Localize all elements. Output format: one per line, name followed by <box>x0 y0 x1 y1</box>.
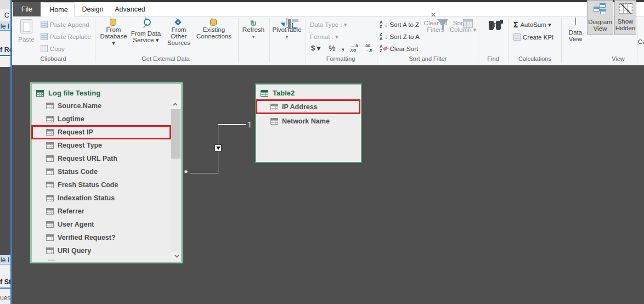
from-data-service-icon: ↗ <box>145 18 146 25</box>
field-icon <box>46 234 54 241</box>
clipped-field-row <box>48 260 55 261</box>
field-row-highlighted[interactable]: IP Address <box>256 100 360 114</box>
field-icon <box>46 103 54 109</box>
table-icon <box>261 90 268 97</box>
pivottable-button[interactable]: PivotTable ▾ <box>271 18 303 40</box>
refresh-button[interactable]: ↻ Refresh ▾ <box>240 18 267 40</box>
field-row[interactable]: Verified Request? <box>32 231 171 244</box>
from-database-button[interactable]: From Database ▾ <box>99 18 128 46</box>
autosum-button[interactable]: Σ AutoSum ▾ <box>513 20 551 29</box>
field-row[interactable]: Status Code <box>32 165 171 178</box>
excel-dark-region <box>0 67 10 255</box>
field-row[interactable]: Logtime <box>32 112 171 126</box>
pivottable-dropdown-caret[interactable]: ▾ <box>271 33 303 40</box>
powerpivot-window: C le I f Re le I f Sta ues File Home Des… <box>0 0 644 304</box>
data-view-button[interactable]: Data View <box>565 18 586 42</box>
view-group-label: View <box>591 55 644 63</box>
field-icon <box>46 116 54 122</box>
existing-connections-icon <box>213 18 214 25</box>
scroll-down-button[interactable] <box>171 252 180 261</box>
format-dropdown[interactable]: Format : ▾ <box>310 32 338 41</box>
pivottable-icon <box>286 18 287 25</box>
sort-by-column-button[interactable]: ↑↓ Sort by Column ▾ <box>449 18 477 33</box>
field-icon <box>46 155 54 162</box>
cutoff-button-label[interactable]: Ca <box>638 38 644 45</box>
tab-file[interactable]: File <box>13 2 41 16</box>
find-button[interactable]: Find <box>484 20 506 28</box>
ribbon-tab-row: File Home Design Advanced <box>12 2 644 16</box>
chevron-up-icon <box>173 103 177 107</box>
data-type-dropdown[interactable]: Data Type : ▾ <box>310 20 347 29</box>
field-row[interactable]: URI Query <box>32 244 171 257</box>
decrease-decimal-button[interactable]: .00→.0 <box>364 44 372 53</box>
field-row[interactable]: User Agent <box>32 218 171 231</box>
existing-connections-button[interactable]: Existing Connections <box>196 18 232 40</box>
table-card-log-file-testing[interactable]: Log file Testing Source.Name Logtime Req… <box>30 82 183 263</box>
field-icon <box>270 104 278 110</box>
chevron-down-icon <box>174 253 179 257</box>
field-icon <box>46 208 54 215</box>
show-hidden-button-pressed[interactable]: Show Hidden <box>614 0 636 35</box>
paste-replace-icon <box>41 33 48 40</box>
comma-format-button[interactable]: , <box>342 42 344 53</box>
field-row[interactable]: Fresh Status Code <box>32 178 171 192</box>
tab-design[interactable]: Design <box>77 2 109 16</box>
table-title[interactable]: Log file Testing <box>48 89 100 97</box>
scrollbar-thumb[interactable] <box>171 109 180 159</box>
field-icon <box>46 247 54 254</box>
field-row[interactable]: Indexation Status <box>32 192 171 205</box>
paste-append-button[interactable]: Paste Append <box>41 20 89 29</box>
group-separator <box>238 18 239 63</box>
currency-format-button[interactable]: $ ▾ <box>311 44 320 52</box>
field-icon <box>46 195 54 201</box>
diagram-view-button-pressed[interactable]: Diagram View <box>587 0 613 35</box>
paste-icon <box>20 19 32 33</box>
field-row[interactable]: Referrer <box>32 205 171 218</box>
copy-icon <box>41 45 48 52</box>
percent-format-button[interactable]: % <box>329 44 335 53</box>
excel-toolbar-fragment <box>0 0 10 9</box>
clipboard-group-label: Clipboard <box>26 55 81 63</box>
excel-cell-fragment: ues <box>0 294 10 302</box>
table-title[interactable]: Table2 <box>273 89 295 97</box>
create-kpi-button[interactable]: Create KPI <box>513 32 553 42</box>
sort-a-to-z-button[interactable]: AZ↓ Sort A to Z <box>380 20 419 29</box>
relationship-line-segment[interactable] <box>218 124 246 125</box>
clear-sort-icon: AZ <box>380 44 382 53</box>
relationship-many-label: * <box>184 168 188 177</box>
table-scrollbar[interactable] <box>171 100 180 261</box>
tab-home[interactable]: Home <box>43 2 75 17</box>
sort-z-to-a-button[interactable]: ZA↓ Sort Z to A <box>380 32 420 41</box>
field-icon <box>46 129 54 136</box>
table-icon <box>36 90 44 97</box>
field-row[interactable]: Request Type <box>32 139 171 152</box>
paste-button[interactable]: Paste <box>15 18 37 43</box>
field-icon <box>46 168 54 175</box>
arrow-down-icon <box>216 147 221 150</box>
field-row[interactable]: Source.Name <box>32 99 171 112</box>
from-data-service-button[interactable]: ↗ From Data Service ▾ <box>131 18 161 43</box>
refresh-icon: ↻ <box>253 18 254 25</box>
excel-selected-row-fragment: le I <box>0 255 10 264</box>
table-card-table2[interactable]: Table2 IP Address Network Name <box>255 83 362 163</box>
clear-all-filters-button[interactable]: ✕ Clear All Filters <box>422 18 449 33</box>
field-icon <box>46 182 54 188</box>
relationship-line-segment[interactable] <box>190 173 218 173</box>
tab-advanced[interactable]: Advanced <box>111 2 149 16</box>
field-row-highlighted[interactable]: Request IP <box>32 126 171 139</box>
field-row[interactable]: Request URL Path <box>32 152 171 165</box>
group-separator <box>269 18 270 63</box>
relationship-direction-marker[interactable] <box>214 144 222 151</box>
field-icon <box>46 221 54 228</box>
diagram-canvas[interactable]: Log file Testing Source.Name Logtime Req… <box>12 65 644 304</box>
diagram-view-icon <box>593 3 607 15</box>
refresh-dropdown-caret[interactable]: ▾ <box>240 33 267 40</box>
field-row[interactable]: Network Name <box>256 114 360 128</box>
from-other-sources-button[interactable]: From Other Sources <box>163 18 195 46</box>
scroll-up-button[interactable] <box>171 100 180 109</box>
copy-button[interactable]: Copy <box>41 44 65 53</box>
paste-replace-button[interactable]: Paste Replace <box>41 32 91 41</box>
data-view-icon <box>575 18 576 25</box>
increase-decimal-button[interactable]: →.0.00 <box>350 44 358 53</box>
clear-sort-button[interactable]: AZ Clear Sort <box>380 44 418 53</box>
